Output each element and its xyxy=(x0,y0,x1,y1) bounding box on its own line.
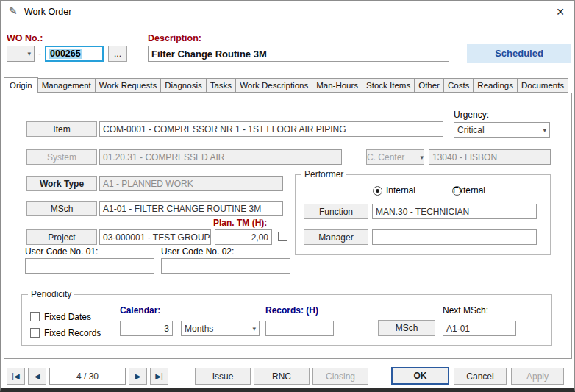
tab-diagnosis[interactable]: Diagnosis xyxy=(160,78,207,93)
rnc-button[interactable]: RNC xyxy=(254,368,310,385)
tab-work-requests[interactable]: Work Requests xyxy=(95,78,161,93)
periodicity-msch-button[interactable]: MSch xyxy=(378,320,435,336)
user-code-1-input[interactable] xyxy=(25,258,154,274)
plan-tm-checkbox[interactable] xyxy=(278,232,288,241)
nav-first-button[interactable]: |◀ xyxy=(7,368,25,385)
browse-wo-button[interactable]: ... xyxy=(108,46,127,62)
tab-stock-items[interactable]: Stock Items xyxy=(362,78,415,93)
wo-separator: - xyxy=(38,49,41,59)
calendar-input[interactable]: 3 xyxy=(120,321,173,336)
performer-group-label: Performer xyxy=(301,169,346,179)
tab-tasks[interactable]: Tasks xyxy=(206,78,236,93)
fixed-dates-checkbox[interactable] xyxy=(30,312,40,321)
issue-button[interactable]: Issue xyxy=(195,368,251,385)
chevron-down-icon: ▾ xyxy=(24,50,31,57)
nav-next-button[interactable]: ▶ xyxy=(129,368,147,385)
function-button[interactable]: Function xyxy=(304,204,368,219)
tab-management[interactable]: Management xyxy=(38,78,96,93)
ok-button[interactable]: OK xyxy=(391,367,449,385)
user-code-2-input[interactable] xyxy=(161,258,290,274)
cost-center-button-label: C. Center xyxy=(367,152,404,163)
wo-no-label: WO No.: xyxy=(7,33,43,43)
chevron-down-icon: ▾ xyxy=(249,325,256,332)
nav-previous-button[interactable]: ◀ xyxy=(28,368,46,385)
next-record-icon: ▶ xyxy=(135,372,141,380)
wo-number-value: 000265 xyxy=(49,49,82,59)
closing-button: Closing xyxy=(312,368,368,385)
tab-man-hours[interactable]: Man-Hours xyxy=(312,78,362,93)
chevron-down-icon: ▾ xyxy=(417,154,424,161)
cost-center-input: 13040 - LISBON xyxy=(429,149,551,165)
tab-strip: Origin Management Work Requests Diagnosi… xyxy=(4,76,568,93)
item-input[interactable]: COM-0001 - COMPRESSOR NR 1 - 1ST FLOOR A… xyxy=(99,121,443,137)
description-label: Description: xyxy=(148,33,201,43)
msch-button[interactable]: MSch xyxy=(26,201,97,216)
cancel-button[interactable]: Cancel xyxy=(454,368,507,385)
tab-costs[interactable]: Costs xyxy=(443,78,474,93)
tab-work-descriptions[interactable]: Work Descriptions xyxy=(235,78,312,93)
work-order-window: ✎ Work Order ✕ WO No.: ▾ - 000265 ... De… xyxy=(0,0,575,392)
tab-readings[interactable]: Readings xyxy=(473,78,518,93)
previous-record-icon: ◀ xyxy=(35,372,40,380)
internal-radio-label: Internal xyxy=(386,185,415,196)
status-badge: Scheduled xyxy=(467,44,571,63)
tab-documents[interactable]: Documents xyxy=(517,78,568,93)
plan-tm-input[interactable]: 2,00 xyxy=(215,229,272,245)
record-position-input[interactable]: 4 / 30 xyxy=(49,368,126,385)
work-type-button[interactable]: Work Type xyxy=(26,176,97,191)
project-button[interactable]: Project xyxy=(26,229,97,245)
internal-radio[interactable] xyxy=(373,186,382,196)
manager-button[interactable]: Manager xyxy=(304,229,368,245)
title-bar: ✎ Work Order ✕ xyxy=(1,1,574,23)
tab-origin[interactable]: Origin xyxy=(4,77,38,93)
fixed-records-checkbox[interactable] xyxy=(30,328,40,338)
msch-input[interactable]: A1-01 - FILTER CHANGE ROUTINE 3M xyxy=(99,201,283,216)
records-input[interactable] xyxy=(265,321,334,336)
project-input[interactable]: 03-000001 - TEST GROUP W xyxy=(99,229,211,245)
fixed-records-label: Fixed Records xyxy=(44,328,101,338)
work-order-icon: ✎ xyxy=(9,5,18,17)
calendar-unit-value: Months xyxy=(185,324,213,334)
calendar-unit-select[interactable]: Months ▾ xyxy=(181,321,260,336)
manager-input[interactable] xyxy=(372,229,537,245)
nav-last-button[interactable]: ▶| xyxy=(150,368,168,385)
first-record-icon: |◀ xyxy=(12,372,19,380)
urgency-label: Urgency: xyxy=(454,110,489,120)
records-label: Records: (H) xyxy=(265,305,318,316)
apply-button: Apply xyxy=(511,368,564,385)
external-radio-label: External xyxy=(453,185,485,196)
wo-prefix-select[interactable]: ▾ xyxy=(7,46,35,62)
next-msch-label: Next MSch: xyxy=(443,305,488,316)
urgency-select[interactable]: Critical ▾ xyxy=(454,122,550,138)
tab-other[interactable]: Other xyxy=(414,78,444,93)
close-icon[interactable]: ✕ xyxy=(556,6,565,18)
system-button: System xyxy=(26,149,97,165)
function-input[interactable]: MAN.30 - TECHNICIAN xyxy=(372,204,537,219)
calendar-label: Calendar: xyxy=(120,305,160,316)
plan-tm-label: Plan. TM (H): xyxy=(213,218,267,228)
fixed-dates-label: Fixed Dates xyxy=(44,312,91,322)
periodicity-group-label: Periodicity xyxy=(28,289,74,299)
work-type-input: A1 - PLANNED WORK xyxy=(99,176,283,191)
user-code-2-label: User Code No. 02: xyxy=(161,246,234,257)
item-button[interactable]: Item xyxy=(26,121,97,137)
wo-number-input[interactable]: 000265 xyxy=(45,46,104,62)
urgency-value: Critical xyxy=(457,125,485,135)
cost-center-button: C. Center ▾ xyxy=(366,149,424,165)
system-input: 01.20.31 - COMPRESSED AIR xyxy=(99,149,342,165)
last-record-icon: ▶| xyxy=(155,372,162,380)
description-input[interactable]: Filter Change Routine 3M xyxy=(148,46,449,62)
chevron-down-icon: ▾ xyxy=(540,126,546,134)
user-code-1-label: User Code No. 01: xyxy=(25,246,98,257)
next-msch-input[interactable]: A1-01 xyxy=(443,321,516,336)
window-title: Work Order xyxy=(24,7,71,17)
